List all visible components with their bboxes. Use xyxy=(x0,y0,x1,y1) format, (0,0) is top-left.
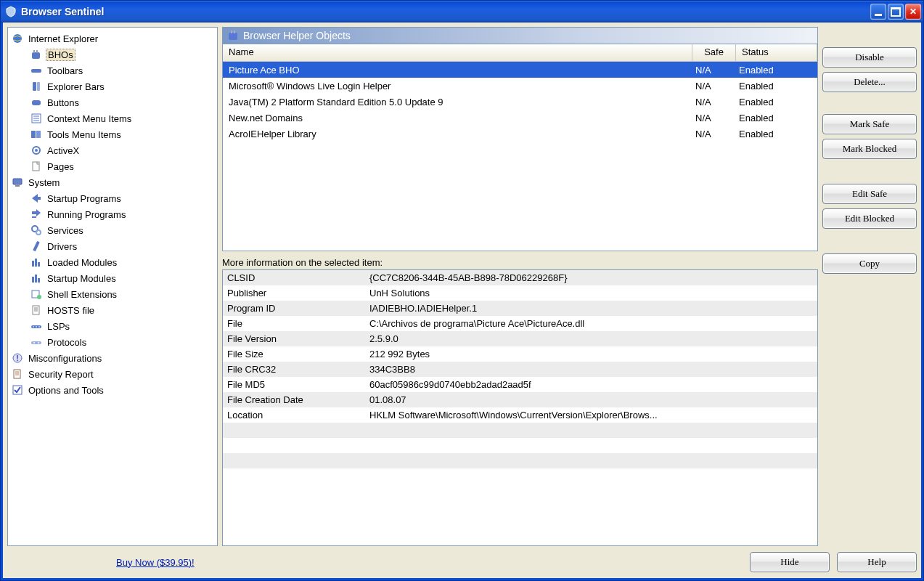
tree-item-running[interactable]: Running Programs xyxy=(9,206,216,222)
running-icon xyxy=(30,208,43,220)
list-row[interactable]: AcroIEHelper LibraryN/AEnabled xyxy=(223,126,817,142)
info-row[interactable]: CLSID{CC7C8206-344B-45AB-B898-78D0622926… xyxy=(223,270,817,285)
list-header: Name Safe Status xyxy=(223,44,817,62)
help-button[interactable]: Help xyxy=(837,552,917,572)
svg-point-26 xyxy=(37,295,41,299)
tree-misconfigurations[interactable]: ! Misconfigurations xyxy=(9,350,216,366)
tree-item-bhos[interactable]: BHOs xyxy=(9,46,216,62)
cell-status: Enabled xyxy=(736,129,817,139)
info-row[interactable]: File Size212 992 Bytes xyxy=(223,346,817,362)
tree-item-buttons[interactable]: Buttons xyxy=(9,94,216,110)
app-window: Browser Sentinel Internet Explorer BHOsT… xyxy=(0,0,924,581)
info-value: {CC7C8206-344B-45AB-B898-78D06229268F} xyxy=(367,272,817,283)
svg-point-34 xyxy=(38,342,39,344)
maximize-button[interactable] xyxy=(888,4,904,20)
tree-item-pages[interactable]: Pages xyxy=(9,158,216,174)
info-row[interactable]: File CRC32334C3BB8 xyxy=(223,362,817,377)
mark-safe-button[interactable]: Mark Safe xyxy=(822,114,917,134)
minimize-button[interactable] xyxy=(870,4,886,20)
info-value: 60acf05986c99d0740ebb2adad2aad5f xyxy=(367,379,817,390)
tree-item-activex[interactable]: ActiveX xyxy=(9,142,216,158)
info-value: 334C3BB8 xyxy=(367,364,817,375)
tree-item-drivers[interactable]: Drivers xyxy=(9,238,216,254)
svg-rect-13 xyxy=(33,162,39,171)
edit-safe-button[interactable]: Edit Safe xyxy=(822,184,917,204)
list-row[interactable]: Java(TM) 2 Platform Standard Edition 5.0… xyxy=(223,94,817,110)
tree-label: Loaded Modules xyxy=(46,257,118,268)
col-status[interactable]: Status xyxy=(736,44,817,61)
buy-now-link[interactable]: Buy Now ($39.95)! xyxy=(116,557,195,568)
info-key: File Creation Date xyxy=(223,394,367,405)
tree-item-lsps[interactable]: LSPs xyxy=(9,318,216,334)
svg-rect-9 xyxy=(31,131,36,138)
center-column: Browser Helper Objects Name Safe Status … xyxy=(222,27,818,546)
list-row[interactable]: Picture Ace BHON/AEnabled xyxy=(223,62,817,78)
info-value: C:\Archivos de programa\Picture Ace\Pict… xyxy=(367,318,817,329)
cell-name: Microsoft® Windows Live Login Helper xyxy=(223,81,692,92)
info-row[interactable]: File Version2.5.9.0 xyxy=(223,331,817,346)
copy-button[interactable]: Copy xyxy=(822,253,917,274)
close-button[interactable] xyxy=(905,4,921,20)
tree-label: LSPs xyxy=(46,321,71,332)
tree-label: Context Menu Items xyxy=(46,113,133,124)
tree-item-shellext[interactable]: Shell Extensions xyxy=(9,286,216,302)
tree-item-protocols[interactable]: Protocols xyxy=(9,334,216,350)
tree-item-explorerbars[interactable]: Explorer Bars xyxy=(9,78,216,94)
cell-safe: N/A xyxy=(692,65,736,76)
tree-item-startup[interactable]: Startup Programs xyxy=(9,190,216,206)
edit-blocked-button[interactable]: Edit Blocked xyxy=(822,208,917,229)
report-icon xyxy=(11,368,24,380)
svg-rect-5 xyxy=(33,82,36,91)
tree-label: HOSTS file xyxy=(46,305,96,316)
info-value: UnH Solutions xyxy=(367,288,817,298)
content-area: Browser Helper Objects Name Safe Status … xyxy=(222,27,917,546)
disable-button[interactable]: Disable xyxy=(822,47,917,68)
cell-status: Enabled xyxy=(736,113,817,123)
tree-label: System xyxy=(27,177,61,188)
tree-system[interactable]: System xyxy=(9,174,216,190)
svg-point-17 xyxy=(36,230,41,235)
startupmod-icon xyxy=(30,272,43,284)
svg-rect-32 xyxy=(31,341,41,344)
info-key: File CRC32 xyxy=(223,364,367,375)
col-name[interactable]: Name xyxy=(223,44,692,61)
tree-item-toolsmenu[interactable]: Tools Menu Items xyxy=(9,126,216,142)
info-value: 212 992 Bytes xyxy=(367,349,817,359)
tree-item-services[interactable]: Services xyxy=(9,222,216,238)
info-table[interactable]: CLSID{CC7C8206-344B-45AB-B898-78D0622926… xyxy=(222,269,818,546)
info-row[interactable]: Program IDIADIEBHO.IADIEHelper.1 xyxy=(223,301,817,316)
tree-options-tools[interactable]: Options and Tools xyxy=(9,382,216,398)
navigation-tree[interactable]: Internet Explorer BHOsToolbarsExplorer B… xyxy=(7,27,218,546)
svg-rect-37 xyxy=(14,370,20,378)
bho-icon xyxy=(227,30,240,41)
activex-icon xyxy=(30,145,43,156)
hide-button[interactable]: Hide xyxy=(750,552,830,572)
list-row[interactable]: Microsoft® Windows Live Login HelperN/AE… xyxy=(223,78,817,94)
info-row[interactable]: File MD560acf05986c99d0740ebb2adad2aad5f xyxy=(223,377,817,392)
tree-item-loadedmod[interactable]: Loaded Modules xyxy=(9,254,216,270)
tree-label: Explorer Bars xyxy=(46,81,106,92)
tree-label: Misconfigurations xyxy=(27,353,103,364)
list-row[interactable]: New.net DomainsN/AEnabled xyxy=(223,110,817,126)
info-key: Publisher xyxy=(223,288,367,298)
info-key: Location xyxy=(223,410,367,420)
checkbox-icon xyxy=(11,384,24,396)
tree-security-report[interactable]: Security Report xyxy=(9,366,216,382)
tree-internet-explorer[interactable]: Internet Explorer xyxy=(9,31,216,46)
tree-label: Security Report xyxy=(27,369,95,380)
tree-item-startupmod[interactable]: Startup Modules xyxy=(9,270,216,286)
bho-list[interactable]: Name Safe Status Picture Ace BHON/AEnabl… xyxy=(222,44,818,251)
tree-label: Options and Tools xyxy=(27,385,105,396)
info-row[interactable]: File Creation Date01.08.07 xyxy=(223,392,817,407)
mark-blocked-button[interactable]: Mark Blocked xyxy=(822,139,917,159)
tree-item-toolbars[interactable]: Toolbars xyxy=(9,62,216,78)
svg-rect-4 xyxy=(31,69,41,73)
info-row[interactable]: PublisherUnH Solutions xyxy=(223,285,817,301)
tree-item-hosts[interactable]: HOSTS file xyxy=(9,302,216,318)
info-row[interactable]: LocationHKLM Software\Microsoft\Windows\… xyxy=(223,407,817,423)
delete-button[interactable]: Delete... xyxy=(822,72,917,92)
startup-icon xyxy=(30,192,43,204)
info-row[interactable]: FileC:\Archivos de programa\Picture Ace\… xyxy=(223,316,817,331)
col-safe[interactable]: Safe xyxy=(692,44,736,61)
tree-item-contextmenu[interactable]: Context Menu Items xyxy=(9,110,216,126)
